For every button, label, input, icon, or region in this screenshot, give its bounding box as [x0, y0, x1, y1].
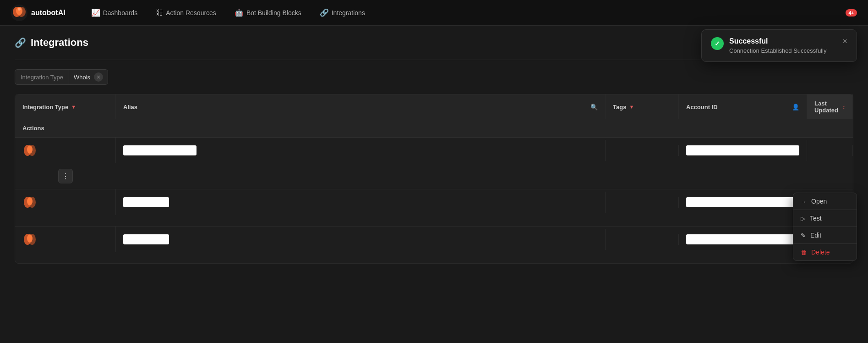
- account-id-masked-1: [686, 145, 799, 155]
- td-alias-3: [116, 229, 606, 250]
- integrations-nav-icon: 🔗: [320, 8, 329, 17]
- toast-content: Successful Connection Established Succes…: [729, 37, 837, 54]
- td-alias-2: [116, 192, 606, 213]
- td-tags-2: [606, 197, 679, 208]
- table-row: [15, 227, 853, 263]
- th-actions: Actions: [15, 119, 116, 137]
- toast-check-icon: ✓: [711, 37, 724, 50]
- nav-item-dashboards-label: Dashboards: [103, 9, 138, 17]
- nav-item-action-resources[interactable]: ⛓ Action Resources: [148, 6, 224, 20]
- th-account-id[interactable]: Account ID 👤: [679, 94, 807, 119]
- th-tags-label: Tags: [613, 104, 626, 111]
- td-account-id-1: [679, 140, 807, 161]
- nav-item-bot-building-blocks[interactable]: 🤖 Bot Building Blocks: [227, 6, 309, 20]
- brand[interactable]: autobotAI: [11, 5, 66, 21]
- svg-point-7: [27, 145, 33, 154]
- filter-value: Whois ×: [69, 70, 108, 84]
- th-account-id-label: Account ID: [686, 104, 718, 111]
- last-updated-sort-icon: ↕: [843, 104, 846, 110]
- account-id-masked-2: [686, 197, 799, 207]
- dropdown-item-test-label: Test: [810, 215, 822, 222]
- nav-menu: 📈 Dashboards ⛓ Action Resources 🤖 Bot Bu…: [84, 6, 846, 20]
- th-tags[interactable]: Tags ▼: [606, 94, 679, 119]
- delete-icon: 🗑: [801, 249, 807, 256]
- td-tags-3: [606, 234, 679, 245]
- td-account-id-3: [679, 229, 807, 250]
- toast-close-button[interactable]: ×: [842, 37, 847, 45]
- table-header: Integration Type ▼ Alias 🔍 Tags ▼ Accoun…: [15, 94, 853, 138]
- kebab-menu-button-1[interactable]: ⋮: [58, 169, 73, 183]
- account-id-person-icon: 👤: [792, 104, 799, 111]
- dropdown-item-open[interactable]: → Open: [793, 193, 857, 210]
- dropdown-item-open-label: Open: [811, 198, 827, 205]
- nav-item-dashboards[interactable]: 📈 Dashboards: [84, 6, 145, 20]
- whois-icon-2: [22, 195, 37, 210]
- th-last-updated[interactable]: Last Updated ↕: [807, 94, 853, 119]
- filter-tag: Integration Type Whois ×: [15, 69, 108, 85]
- table-row: [15, 189, 853, 227]
- whois-icon-3: [22, 232, 37, 247]
- dropdown-item-delete[interactable]: 🗑 Delete: [793, 244, 857, 260]
- page-content: 🔗 Integrations Integration Type Whois × …: [0, 26, 868, 275]
- tags-filter-icon: ▼: [629, 104, 634, 110]
- alias-masked-2: [123, 197, 169, 207]
- dropdown-item-edit-label: Edit: [810, 232, 821, 239]
- actions-dropdown-menu: → Open ▷ Test ✎ Edit 🗑 Delete: [793, 193, 857, 261]
- nav-item-integrations[interactable]: 🔗 Integrations: [312, 6, 372, 20]
- th-integration-type[interactable]: Integration Type ▼: [15, 94, 116, 119]
- toast-title: Successful: [729, 37, 837, 45]
- table-row: ⋮: [15, 138, 853, 189]
- brand-name: autobotAI: [31, 9, 66, 17]
- svg-point-4: [18, 8, 21, 11]
- svg-point-13: [27, 234, 33, 243]
- td-integration-type-2: [15, 189, 116, 215]
- open-icon: →: [801, 198, 807, 205]
- th-alias-label: Alias: [123, 104, 137, 111]
- alias-search-icon[interactable]: 🔍: [590, 104, 598, 111]
- td-last-updated-1: [807, 145, 853, 156]
- td-tags-1: [606, 145, 679, 156]
- toast-message: Connection Established Successfully: [729, 47, 837, 54]
- td-account-id-2: [679, 192, 807, 213]
- integrations-table: Integration Type ▼ Alias 🔍 Tags ▼ Accoun…: [15, 94, 853, 264]
- alias-masked-3: [123, 234, 169, 244]
- dropdown-item-test[interactable]: ▷ Test: [793, 210, 857, 227]
- navbar: autobotAI 📈 Dashboards ⛓ Action Resource…: [0, 0, 868, 26]
- td-actions-3: [15, 252, 116, 263]
- td-actions-1: ⋮: [15, 163, 116, 189]
- svg-point-10: [27, 197, 33, 205]
- th-integration-type-label: Integration Type: [22, 104, 68, 111]
- filter-close-button[interactable]: ×: [94, 72, 103, 82]
- dropdown-item-delete-label: Delete: [811, 249, 830, 256]
- th-last-updated-label: Last Updated: [814, 100, 840, 114]
- page-title-text: Integrations: [31, 37, 88, 49]
- edit-icon: ✎: [801, 232, 806, 239]
- td-actions-2: [15, 215, 116, 226]
- td-integration-type-3: [15, 227, 116, 252]
- success-toast: ✓ Successful Connection Established Succ…: [701, 29, 857, 62]
- dropdown-item-edit[interactable]: ✎ Edit: [793, 227, 857, 243]
- nav-item-integrations-label: Integrations: [332, 9, 365, 17]
- page-title-icon: 🔗: [15, 37, 26, 48]
- bot-building-blocks-icon: 🤖: [235, 8, 244, 17]
- td-alias-1: [116, 140, 606, 161]
- whois-icon-1: [22, 143, 37, 158]
- test-icon: ▷: [801, 215, 805, 222]
- alias-masked-1: [123, 145, 197, 155]
- dashboards-icon: 📈: [91, 8, 100, 17]
- td-integration-type-1: [15, 138, 116, 163]
- filter-value-text: Whois: [74, 74, 90, 81]
- account-id-masked-3: [686, 234, 799, 244]
- nav-item-action-resources-label: Action Resources: [166, 9, 216, 17]
- brand-logo-icon: [11, 5, 27, 21]
- notification-badge[interactable]: 4+: [846, 9, 857, 17]
- nav-right: 4+: [846, 9, 857, 17]
- action-resources-icon: ⛓: [156, 9, 163, 17]
- th-actions-label: Actions: [22, 125, 44, 132]
- integration-type-filter-icon: ▼: [71, 104, 76, 110]
- filter-label: Integration Type: [15, 70, 69, 84]
- th-alias[interactable]: Alias 🔍: [116, 94, 606, 119]
- nav-item-bot-building-blocks-label: Bot Building Blocks: [246, 9, 301, 17]
- filter-bar: Integration Type Whois ×: [15, 69, 853, 85]
